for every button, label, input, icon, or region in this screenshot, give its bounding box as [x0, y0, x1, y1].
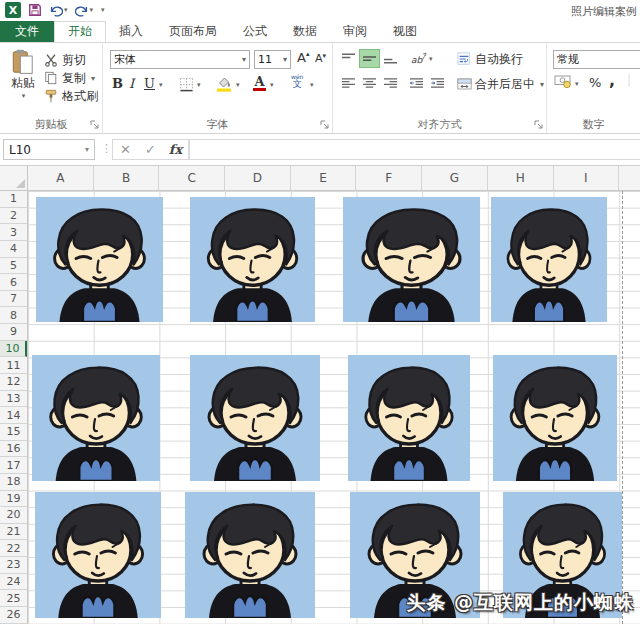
row-header[interactable]: 22 [0, 540, 27, 557]
fill-color-dropdown[interactable]: ▾ [236, 81, 240, 89]
tab-file[interactable]: 文件 [0, 21, 54, 42]
bold-button[interactable]: B [112, 76, 123, 91]
wrap-text-button[interactable]: 自动换行 [457, 51, 523, 67]
cell-grid[interactable] [28, 191, 640, 624]
redo-button[interactable]: ▾ [75, 4, 94, 17]
row-header[interactable]: 11 [0, 357, 27, 374]
paste-button[interactable]: 粘贴 ▾ [6, 49, 40, 100]
save-button[interactable] [28, 3, 42, 17]
underline-button[interactable]: U [144, 76, 155, 91]
accounting-format-dropdown[interactable]: ▾ [575, 80, 579, 88]
row-header[interactable]: 18 [0, 474, 27, 491]
ribbon-tab[interactable]: 审阅 [330, 21, 380, 42]
copy-button[interactable]: 复制 [44, 70, 95, 86]
formula-input[interactable] [189, 139, 640, 160]
avatar-image[interactable] [491, 197, 607, 322]
row-header[interactable]: 21 [0, 524, 27, 541]
font-name-combo[interactable]: 宋体▾ [110, 50, 250, 69]
borders-dropdown[interactable]: ▾ [197, 81, 201, 89]
number-format-combo[interactable]: 常规 [553, 50, 640, 69]
row-header[interactable]: 20 [0, 507, 27, 524]
ribbon-tab[interactable]: 开始 [54, 21, 106, 42]
select-all-corner[interactable] [0, 166, 28, 191]
row-header[interactable]: 1 [0, 191, 27, 208]
italic-button[interactable]: I [129, 76, 134, 91]
avatar-image[interactable] [185, 492, 315, 618]
row-header[interactable]: 13 [0, 391, 27, 408]
row-header[interactable]: 2 [0, 208, 27, 225]
column-header[interactable]: I [554, 166, 620, 190]
accounting-format-button[interactable] [554, 74, 572, 89]
orientation-dropdown[interactable]: ▾ [429, 55, 433, 63]
row-header[interactable]: 12 [0, 374, 27, 391]
comma-style-button[interactable]: , [609, 71, 615, 90]
phonetic-guide-button[interactable]: wén 文 [291, 74, 303, 89]
row-header[interactable]: 16 [0, 441, 27, 458]
borders-button[interactable] [179, 77, 194, 92]
undo-dropdown[interactable]: ▾ [64, 6, 68, 14]
cancel-button[interactable]: ✕ [113, 142, 138, 157]
row-header[interactable]: 25 [0, 590, 27, 607]
shrink-font-button[interactable]: A▾ [315, 52, 326, 65]
column-header[interactable]: C [159, 166, 225, 190]
format-painter-button[interactable]: 格式刷 [44, 88, 98, 104]
column-header[interactable]: B [94, 166, 160, 190]
merge-center-button[interactable]: 合并后居中 [457, 76, 544, 92]
clipboard-dialog-launcher[interactable] [90, 120, 100, 130]
font-color-dropdown[interactable]: ▾ [270, 81, 274, 89]
avatar-image[interactable] [36, 197, 163, 322]
column-header[interactable]: G [422, 166, 488, 190]
ribbon-tab[interactable]: 插入 [106, 21, 156, 42]
font-dialog-launcher[interactable] [320, 120, 330, 130]
ribbon-tab[interactable]: 视图 [380, 21, 430, 42]
row-header[interactable]: 9 [0, 324, 27, 341]
avatar-image[interactable] [32, 355, 160, 481]
row-header[interactable]: 3 [0, 224, 27, 241]
font-color-button[interactable]: A [253, 75, 266, 91]
row-header[interactable]: 17 [0, 457, 27, 474]
grow-font-button[interactable]: A▴ [297, 50, 309, 65]
row-header[interactable]: 4 [0, 241, 27, 258]
align-bottom-button[interactable] [381, 50, 400, 67]
align-left-button[interactable] [339, 75, 358, 92]
paste-dropdown[interactable]: ▾ [7, 92, 40, 100]
fill-color-button[interactable] [216, 75, 233, 92]
column-header[interactable]: E [291, 166, 357, 190]
enter-button[interactable]: ✓ [138, 142, 163, 157]
ribbon-tab[interactable]: 公式 [230, 21, 280, 42]
avatar-image[interactable] [348, 355, 470, 481]
orientation-button[interactable]: ab [411, 50, 427, 66]
name-box-dropdown[interactable]: ▾ [85, 145, 89, 154]
row-header[interactable]: 7 [0, 291, 27, 308]
phonetic-guide-dropdown[interactable]: ▾ [310, 81, 314, 89]
row-header[interactable]: 19 [0, 491, 27, 508]
row-header[interactable]: 24 [0, 574, 27, 591]
row-header[interactable]: 23 [0, 557, 27, 574]
ribbon-tab[interactable]: 数据 [280, 21, 330, 42]
cut-button[interactable]: 剪切 [44, 52, 86, 68]
name-box[interactable]: L10 ▾ [3, 139, 95, 160]
align-top-button[interactable] [339, 50, 358, 67]
row-header[interactable]: 26 [0, 607, 27, 624]
row-header[interactable]: 10 [0, 341, 27, 358]
row-header[interactable]: 8 [0, 307, 27, 324]
avatar-image[interactable] [190, 197, 315, 322]
align-center-button[interactable] [360, 75, 379, 92]
undo-button[interactable]: ▾ [49, 4, 68, 17]
percent-style-button[interactable]: % [589, 75, 601, 90]
row-header[interactable]: 5 [0, 258, 27, 275]
column-header[interactable]: F [356, 166, 422, 190]
insert-function-button[interactable]: fx [163, 142, 188, 157]
redo-dropdown[interactable]: ▾ [90, 6, 94, 14]
ribbon-tab[interactable]: 页面布局 [156, 21, 230, 42]
column-header[interactable]: D [225, 166, 291, 190]
underline-dropdown[interactable]: ▾ [159, 81, 163, 89]
alignment-dialog-launcher[interactable] [534, 120, 544, 130]
avatar-image[interactable] [493, 355, 617, 481]
avatar-image[interactable] [35, 492, 161, 618]
column-header[interactable]: A [28, 166, 94, 190]
align-right-button[interactable] [381, 75, 400, 92]
avatar-image[interactable] [343, 197, 480, 322]
decrease-indent-button[interactable] [407, 75, 426, 92]
column-header[interactable]: H [488, 166, 554, 190]
